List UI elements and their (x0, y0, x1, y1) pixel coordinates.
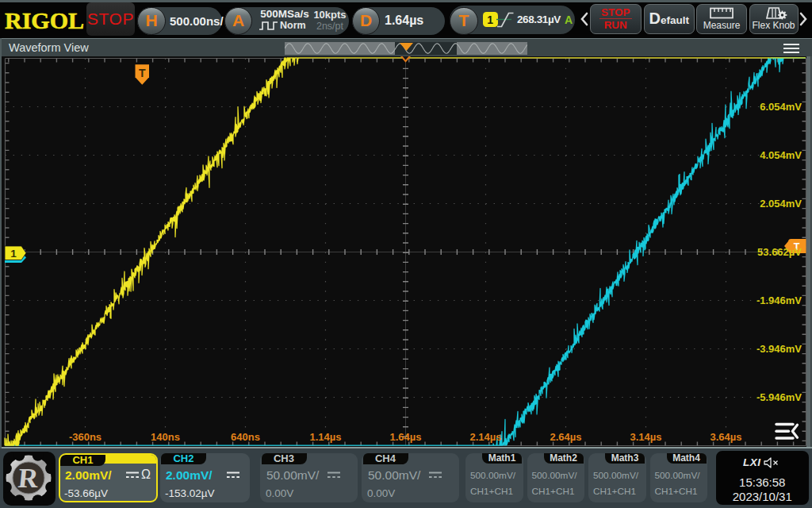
svg-text:1.64µs: 1.64µs (389, 431, 421, 443)
svg-text:3.64µs: 3.64µs (710, 431, 741, 443)
svg-text:6.054mV: 6.054mV (760, 101, 802, 113)
svg-text:R: R (17, 463, 40, 494)
svg-text:1: 1 (10, 248, 17, 260)
svg-text:140ns: 140ns (151, 431, 180, 443)
svg-text:-5.946mV: -5.946mV (756, 391, 802, 403)
svg-text:53.662µV: 53.662µV (757, 246, 802, 258)
svg-text:1.14µs: 1.14µs (309, 431, 341, 443)
svg-text:-360ns: -360ns (69, 431, 102, 443)
svg-text:640ns: 640ns (231, 431, 260, 443)
svg-text:-1.946mV: -1.946mV (756, 294, 802, 306)
svg-text:3.14µs: 3.14µs (630, 431, 661, 443)
svg-text:2.14µs: 2.14µs (469, 431, 501, 443)
svg-text:2.64µs: 2.64µs (550, 431, 581, 443)
svg-text:T: T (139, 67, 146, 79)
svg-text:2.054mV: 2.054mV (760, 198, 802, 210)
svg-text:4.054mV: 4.054mV (760, 149, 802, 161)
svg-text:-3.946mV: -3.946mV (756, 343, 802, 355)
